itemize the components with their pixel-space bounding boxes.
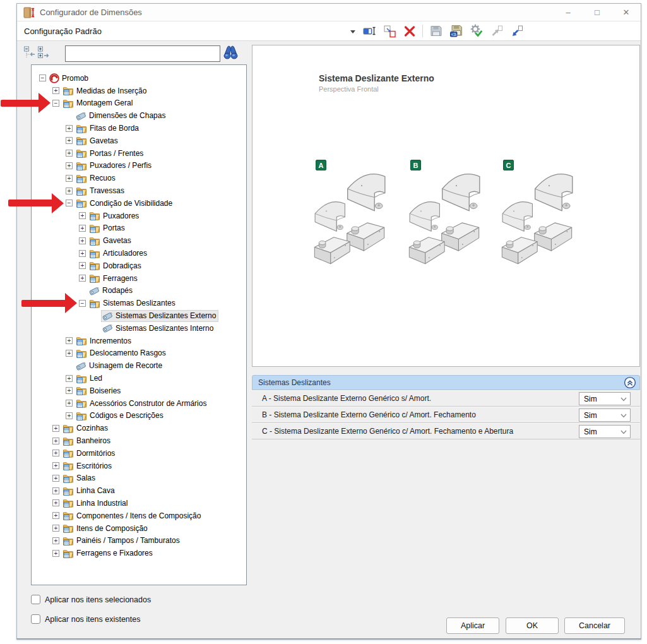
- tree-item[interactable]: − Sistemas Deslizantes: [32, 297, 246, 309]
- binoculars-search-icon[interactable]: [222, 44, 239, 63]
- tree-item[interactable]: − Promob: [32, 72, 246, 85]
- apply-existing-checkbox[interactable]: [31, 614, 40, 624]
- tree-item[interactable]: Sistemas Deslizantes Externo: [32, 309, 246, 322]
- tree-item[interactable]: Usinagem de Recorte: [32, 359, 246, 372]
- tree-expander[interactable]: +: [79, 250, 86, 257]
- tree-expander[interactable]: +: [52, 87, 59, 94]
- tree-item[interactable]: + Portas: [32, 222, 246, 235]
- tree-expander[interactable]: +: [66, 150, 73, 157]
- tree-item[interactable]: + Linha Industrial: [32, 497, 246, 510]
- save-config-icon[interactable]: [429, 23, 443, 38]
- tree-expander[interactable]: +: [52, 462, 59, 469]
- cancel-button[interactable]: Cancelar: [564, 617, 625, 634]
- tree-item[interactable]: + Deslocamento Rasgos: [32, 347, 246, 360]
- tree-expander[interactable]: −: [39, 75, 46, 81]
- ok-button[interactable]: OK: [506, 617, 559, 634]
- tree-expander[interactable]: +: [79, 237, 86, 244]
- tree-expander[interactable]: +: [66, 337, 73, 344]
- tree-item[interactable]: + Medidas de Inserção: [32, 85, 246, 97]
- tree-item[interactable]: + Fitas de Borda: [32, 122, 246, 134]
- tree-expander[interactable]: +: [52, 499, 59, 506]
- tree-expander[interactable]: +: [52, 487, 59, 494]
- tree-item[interactable]: + Dobradiças: [32, 259, 246, 272]
- tree-expander[interactable]: +: [79, 225, 86, 232]
- tree-expander[interactable]: +: [52, 525, 59, 532]
- tree-item[interactable]: + Recuos: [32, 172, 246, 184]
- tree-expander[interactable]: +: [66, 375, 73, 382]
- tree-item[interactable]: + Puxadores / Perfis: [32, 160, 246, 172]
- tree-item[interactable]: + Itens de Composição: [32, 522, 246, 535]
- tree-expander[interactable]: +: [66, 137, 73, 144]
- maximize-button[interactable]: □: [583, 4, 612, 21]
- tree-item[interactable]: + Dormitórios: [32, 447, 246, 460]
- tree-expander[interactable]: +: [52, 450, 59, 456]
- duplicate-config-icon[interactable]: [382, 23, 396, 38]
- tree-item[interactable]: + Gavetas: [32, 234, 246, 247]
- tree-expander[interactable]: +: [52, 438, 59, 444]
- tree-expander[interactable]: +: [66, 400, 73, 407]
- tree-expander[interactable]: +: [52, 550, 59, 557]
- tree-expander[interactable]: +: [79, 262, 86, 269]
- chevrons-up-icon[interactable]: [624, 376, 636, 389]
- import-config-icon[interactable]: [489, 23, 504, 38]
- tree-expander[interactable]: +: [79, 275, 86, 282]
- search-input[interactable]: [65, 45, 220, 62]
- tree-item[interactable]: + Ferragens: [32, 272, 246, 285]
- apply-selected-checkbox[interactable]: [31, 595, 40, 604]
- apply-button[interactable]: Aplicar: [446, 617, 499, 634]
- tree-item[interactable]: + Gavetas: [32, 134, 246, 147]
- tree-item[interactable]: + Travessas: [32, 184, 246, 197]
- tree-expander[interactable]: +: [66, 350, 73, 357]
- tree-item[interactable]: + Salas: [32, 472, 246, 485]
- tree-item[interactable]: + Incrementos: [32, 335, 246, 347]
- tree-item[interactable]: Dimensões de Chapas: [32, 109, 246, 122]
- tree-expander[interactable]: +: [66, 125, 73, 132]
- tree-expander[interactable]: +: [66, 387, 73, 394]
- tree-item[interactable]: + Portas / Frentes: [32, 147, 246, 160]
- tree-expander[interactable]: +: [52, 475, 59, 482]
- tree-item[interactable]: + Linha Cava: [32, 484, 246, 497]
- close-button[interactable]: ✕: [612, 4, 641, 21]
- tree-expander[interactable]: −: [66, 200, 73, 206]
- tree-item[interactable]: Rodapés: [32, 285, 246, 297]
- export-config-icon[interactable]: [509, 23, 524, 38]
- tree-item[interactable]: + Escritórios: [32, 460, 246, 472]
- tree-item[interactable]: + Componentes / Itens de Composição: [32, 510, 246, 522]
- tree-item[interactable]: + Cozinhas: [32, 422, 246, 434]
- value-dropdown[interactable]: Sim: [579, 408, 631, 422]
- tree-expander[interactable]: +: [66, 175, 73, 182]
- rename-config-icon[interactable]: [362, 23, 376, 38]
- delete-config-icon[interactable]: [402, 23, 417, 38]
- minimize-button[interactable]: –: [554, 4, 583, 21]
- tree-item[interactable]: + Painéis / Tampos / Tamburatos: [32, 534, 246, 547]
- tree-expander[interactable]: +: [66, 412, 73, 419]
- tree-item[interactable]: − Montagem Geral: [32, 97, 246, 110]
- tree-expander[interactable]: −: [79, 300, 86, 307]
- value-dropdown[interactable]: Sim: [579, 392, 631, 405]
- tree-expander[interactable]: +: [79, 212, 86, 219]
- tree-expander[interactable]: +: [66, 188, 73, 194]
- tree-expander[interactable]: +: [52, 512, 59, 519]
- tree-expander[interactable]: −: [52, 100, 59, 107]
- tree-item[interactable]: + Banheiros: [32, 434, 246, 447]
- tree-item[interactable]: + Articuladores: [32, 247, 246, 259]
- tree-item[interactable]: + Códigos e Descrições: [32, 410, 246, 422]
- expand-all-icon[interactable]: [37, 45, 50, 59]
- tree-expander[interactable]: +: [66, 162, 73, 169]
- tree-item[interactable]: + Boiseries: [32, 385, 246, 397]
- configuration-combo[interactable]: Configuração Padrão: [17, 27, 102, 36]
- tree-expander[interactable]: +: [52, 537, 59, 544]
- config-dropdown-arrow[interactable]: [350, 30, 355, 33]
- tree-item[interactable]: Sistemas Deslizantes Interno: [32, 322, 246, 335]
- tree-item[interactable]: + Puxadores: [32, 210, 246, 222]
- tree-expander[interactable]: +: [52, 425, 59, 432]
- preview-title: Sistema Deslizante Externo: [319, 73, 434, 83]
- tree-item[interactable]: + Acessórios Construtor de Armários: [32, 397, 246, 410]
- apply-settings-icon[interactable]: [469, 23, 484, 38]
- tree-item[interactable]: − Condição de Visibilidade: [32, 197, 246, 210]
- value-dropdown[interactable]: Sim: [579, 425, 631, 438]
- tree-item[interactable]: + Led: [32, 372, 246, 385]
- save-with-code-icon[interactable]: <3-: [449, 23, 463, 38]
- tree-item[interactable]: + Ferragens e Fixadores: [32, 547, 246, 559]
- collapse-all-icon[interactable]: [23, 45, 36, 59]
